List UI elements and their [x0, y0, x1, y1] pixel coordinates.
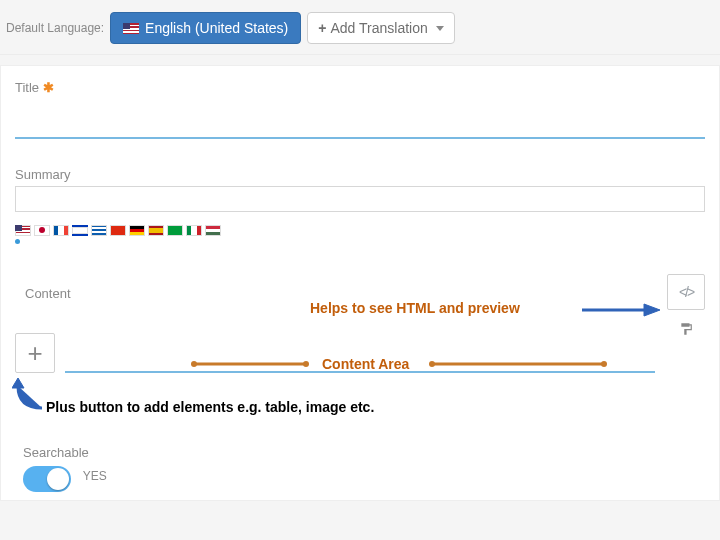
summary-label: Summary	[15, 167, 71, 182]
flag-hu-icon[interactable]	[205, 225, 221, 236]
content-label: Content	[15, 286, 71, 301]
add-element-button[interactable]: +	[15, 333, 55, 373]
code-icon: </>	[679, 284, 693, 300]
annotation-html-preview: Helps to see HTML and preview	[310, 300, 520, 316]
required-star-icon: ✱	[43, 80, 54, 95]
searchable-section: Searchable YES	[15, 439, 705, 492]
language-flag-row	[15, 225, 705, 244]
flag-es-icon[interactable]	[148, 225, 164, 236]
flag-jp-icon[interactable]	[34, 225, 50, 236]
flag-fr-icon[interactable]	[53, 225, 69, 236]
add-translation-button[interactable]: + Add Translation	[307, 12, 454, 44]
flag-it-icon[interactable]	[186, 225, 202, 236]
html-preview-button[interactable]: </>	[667, 274, 705, 310]
chevron-down-icon	[436, 26, 444, 31]
default-language-label: Default Language:	[6, 21, 104, 35]
summary-input[interactable]	[15, 186, 705, 212]
searchable-toggle[interactable]	[23, 466, 71, 492]
flag-de-icon[interactable]	[129, 225, 145, 236]
current-language-text: English (United States)	[145, 20, 288, 36]
svg-point-6	[429, 361, 435, 367]
annotation-plus-button: Plus button to add elements e.g. table, …	[46, 399, 374, 415]
flag-cn-icon[interactable]	[110, 225, 126, 236]
svg-point-3	[191, 361, 197, 367]
annotation-content-area: Content Area	[322, 356, 409, 372]
annotation-bar-right-icon	[428, 360, 608, 368]
plus-icon: +	[318, 20, 326, 36]
plus-icon: +	[27, 338, 42, 369]
arrow-right-icon	[582, 302, 662, 318]
searchable-state-label: YES	[83, 469, 107, 483]
annotation-bar-left-icon	[190, 360, 310, 368]
flag-us-icon[interactable]	[15, 225, 31, 236]
svg-point-4	[303, 361, 309, 367]
current-language-button[interactable]: English (United States)	[110, 12, 301, 44]
main-form-panel: Title ✱ Summary Content </>	[0, 65, 720, 501]
svg-marker-8	[12, 378, 24, 388]
flag-gr-icon[interactable]	[91, 225, 107, 236]
searchable-label: Searchable	[23, 445, 705, 460]
svg-marker-1	[644, 304, 660, 316]
flag-il-icon[interactable]	[72, 225, 88, 236]
language-topbar: Default Language: English (United States…	[0, 0, 720, 55]
svg-point-7	[601, 361, 607, 367]
active-language-indicator-icon	[15, 239, 20, 244]
us-flag-icon	[123, 23, 139, 34]
title-field-label-row: Title ✱	[15, 80, 705, 95]
flag-br-icon[interactable]	[167, 225, 183, 236]
title-label: Title	[15, 80, 39, 95]
add-translation-label: Add Translation	[330, 20, 427, 36]
title-input[interactable]	[15, 99, 705, 139]
arrow-curved-icon	[12, 378, 52, 414]
